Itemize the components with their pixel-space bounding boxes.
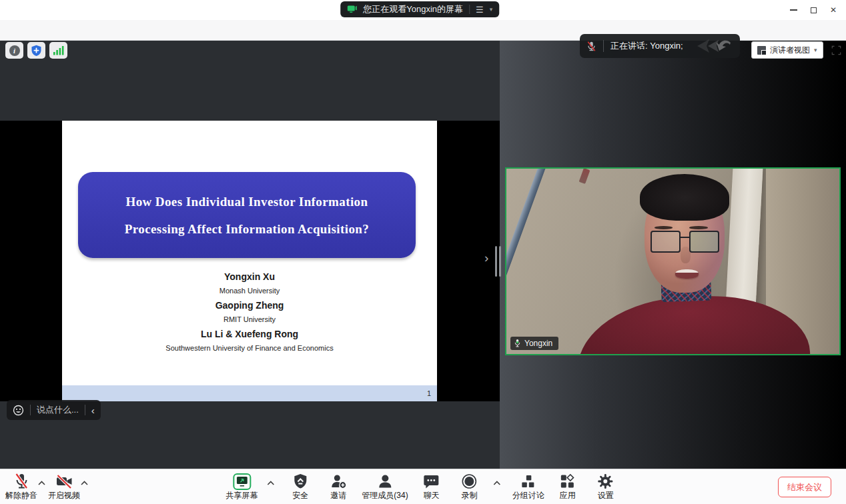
quick-chat-bar[interactable]: 说点什么... ‹ xyxy=(7,400,101,420)
window-controls: ✕ xyxy=(783,3,843,17)
banner-caret-icon[interactable]: ▾ xyxy=(490,6,493,13)
chat-bubble-icon xyxy=(424,474,440,489)
banner-menu-icon[interactable]: ☰ xyxy=(476,5,484,15)
share-screen-button[interactable]: 共享屏幕 xyxy=(226,473,258,500)
shared-screen-panel: How Does Individual Investor Information… xyxy=(0,41,500,469)
record-label: 录制 xyxy=(462,491,478,500)
settings-button[interactable]: 设置 xyxy=(591,473,620,500)
unmute-button[interactable]: 解除静音 xyxy=(5,473,37,500)
speaker-view-icon xyxy=(757,46,766,55)
spotlight-arrows-icon xyxy=(695,38,733,54)
security-label: 安全 xyxy=(292,491,308,500)
chat-label: 聊天 xyxy=(424,491,440,500)
unmute-label: 解除静音 xyxy=(5,491,37,500)
author-affiliation: Southwestern University of Finance and E… xyxy=(62,341,437,355)
record-icon xyxy=(462,473,478,489)
author-affiliation: Monash University xyxy=(62,284,437,298)
participant-eyebrow xyxy=(655,226,673,229)
participant-nose xyxy=(681,247,691,263)
start-video-button[interactable]: 开启视频 xyxy=(48,473,80,500)
end-meeting-button[interactable]: 结束会议 xyxy=(778,477,831,497)
participant-video[interactable]: Yongxin xyxy=(505,167,841,355)
manage-participants-button[interactable]: 管理成员(34) xyxy=(362,473,408,500)
share-screen-icon xyxy=(236,475,248,487)
minimize-icon xyxy=(790,9,797,10)
fullscreen-button[interactable] xyxy=(828,42,844,58)
presentation-slide: How Does Individual Investor Information… xyxy=(62,121,437,401)
start-video-label: 开启视频 xyxy=(48,491,80,500)
glasses-left-lens xyxy=(651,231,681,253)
chat-collapse-icon[interactable]: ‹ xyxy=(91,405,95,415)
microphone-active-icon xyxy=(514,339,521,348)
participant-eyebrow xyxy=(689,226,707,229)
maximize-icon xyxy=(811,7,817,13)
close-button[interactable]: ✕ xyxy=(823,3,843,17)
glasses-bridge xyxy=(681,237,689,238)
meeting-info-button[interactable]: i xyxy=(5,42,23,59)
settings-gear-icon xyxy=(598,473,614,489)
participants-icon xyxy=(378,473,392,489)
fullscreen-icon xyxy=(831,45,841,55)
slide-title-box: How Does Individual Investor Information… xyxy=(78,172,416,258)
record-options-chevron[interactable] xyxy=(492,474,502,491)
record-button[interactable]: 录制 xyxy=(455,473,484,500)
breakout-rooms-icon xyxy=(520,474,536,489)
invite-person-icon xyxy=(330,473,347,489)
share-screen-active-frame xyxy=(233,473,251,490)
shared-screen-content: How Does Individual Investor Information… xyxy=(0,121,500,401)
apps-label: 应用 xyxy=(560,491,576,500)
viewing-banner-text: 您正在观看Yongxin的屏幕 xyxy=(363,3,463,15)
main-area: How Does Individual Investor Information… xyxy=(0,41,846,469)
view-mode-caret-icon: ▾ xyxy=(814,47,817,53)
breakout-rooms-label: 分组讨论 xyxy=(512,491,544,500)
screen-viewing-banner: 您正在观看Yongxin的屏幕 ☰ ▾ xyxy=(340,1,499,17)
invite-button[interactable]: 邀请 xyxy=(324,473,353,500)
security-button[interactable]: 安全 xyxy=(286,473,315,500)
speaker-pill-divider xyxy=(603,40,604,52)
share-screen-label: 共享屏幕 xyxy=(226,491,258,500)
author-name: Lu Li & Xuefeng Rong xyxy=(62,327,437,341)
toolbar-center-group: 共享屏幕 安全 xyxy=(226,473,620,500)
network-quality-button[interactable] xyxy=(49,42,67,59)
view-mode-button[interactable]: 演讲者视图 ▾ xyxy=(751,41,823,59)
slide-footer-bar: 1 xyxy=(62,385,437,401)
chat-button[interactable]: 聊天 xyxy=(417,473,446,500)
author-affiliation: RMIT University xyxy=(62,313,437,327)
audio-options-chevron[interactable] xyxy=(36,474,47,491)
panel-expand-icon[interactable]: › xyxy=(484,251,488,264)
maximize-button[interactable] xyxy=(803,3,823,17)
manage-participants-label: 管理成员(34) xyxy=(362,491,408,500)
banner-divider xyxy=(469,5,470,14)
apps-icon xyxy=(560,473,576,489)
toolbar-left-group: 解除静音 开启视频 xyxy=(5,473,91,500)
emoji-icon[interactable] xyxy=(13,405,24,416)
close-icon: ✕ xyxy=(830,6,837,14)
chat-bar-divider xyxy=(85,405,85,415)
chat-bar-divider xyxy=(30,405,31,415)
author-name: Gaoping Zheng xyxy=(62,298,437,313)
video-options-chevron[interactable] xyxy=(79,474,89,491)
breakout-rooms-button[interactable]: 分组讨论 xyxy=(512,473,544,500)
encryption-button[interactable] xyxy=(27,42,45,59)
shield-encryption-icon xyxy=(31,45,42,57)
apps-button[interactable]: 应用 xyxy=(553,473,582,500)
minimize-button[interactable] xyxy=(783,3,803,17)
slide-authors: Yongxin Xu Monash University Gaoping Zhe… xyxy=(62,269,437,355)
active-speaker-indicator: 正在讲话: Yongxin; xyxy=(580,34,740,58)
meeting-status-icons: i xyxy=(5,42,67,59)
slide-title-line1: How Does Individual Investor Information xyxy=(126,189,368,215)
invite-label: 邀请 xyxy=(330,491,346,500)
meeting-toolbar: 解除静音 开启视频 xyxy=(0,469,846,504)
settings-label: 设置 xyxy=(598,491,614,500)
panel-splitter-handle[interactable] xyxy=(495,246,501,277)
chat-input-placeholder[interactable]: 说点什么... xyxy=(37,404,79,416)
meeting-window: 您正在观看Yongxin的屏幕 ☰ ▾ ✕ i xyxy=(0,0,846,504)
participant-name-badge: Yongxin xyxy=(510,337,558,350)
participant-mouth xyxy=(675,269,699,279)
slide-page-number: 1 xyxy=(427,385,431,401)
view-mode-label: 演讲者视图 xyxy=(770,45,810,56)
active-speaker-text: 正在讲话: Yongxin; xyxy=(610,40,688,52)
camera-muted-icon xyxy=(55,473,73,490)
microphone-muted-icon xyxy=(13,473,29,490)
share-options-chevron[interactable] xyxy=(265,474,276,491)
